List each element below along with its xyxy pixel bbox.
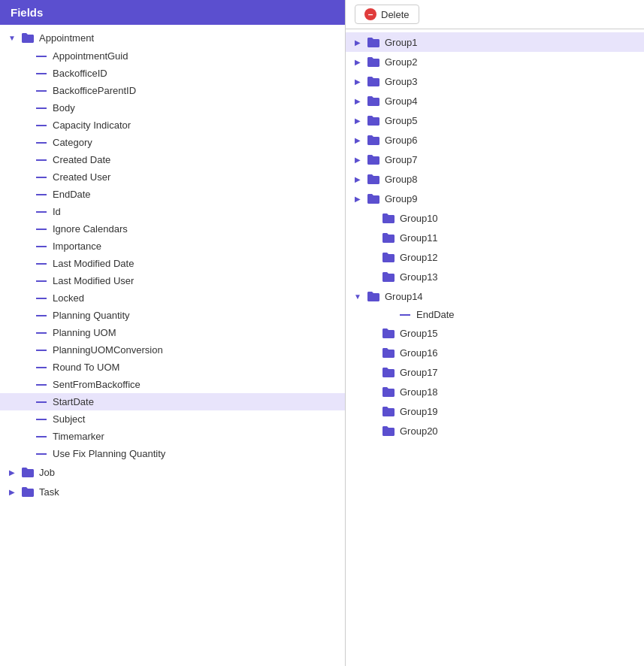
field-item-created-date[interactable]: Created Date [0,151,345,168]
tree-item-job[interactable]: ▶ Job [0,462,345,482]
group-item-group7[interactable]: ▶ Group7 [346,150,644,169]
dash-icon [36,367,47,368]
Group17-folder-icon [382,365,395,379]
field-item-last-modified-user[interactable]: Last Modified User [0,272,345,289]
group-item-group11[interactable]: Group11 [346,228,644,247]
field-item-subject[interactable]: Subject [0,410,345,428]
right-panel: – Delete ▶ Group1 ▶ Group2 ▶ [346,0,644,666]
dash-icon [36,229,47,230]
Group1-label: Group1 [385,37,417,48]
Group15-folder-icon [382,326,395,340]
field-item-sentfrombackoffice[interactable]: SentFromBackoffice [0,376,345,393]
Group2-folder-icon [367,55,380,68]
group-item-group4[interactable]: ▶ Group4 [346,91,644,110]
Group16-label: Group16 [400,347,438,359]
group-item-group15[interactable]: Group15 [346,323,644,343]
group-item-group2[interactable]: ▶ Group2 [346,52,644,71]
group-item-group19[interactable]: Group19 [346,401,644,421]
dash-icon [36,107,47,109]
group-item-group8[interactable]: ▶ Group8 [346,169,644,189]
Group6-label: Group6 [385,135,417,146]
dash-icon [36,298,47,299]
Group8-expand-icon: ▶ [352,173,364,185]
tree-item-appointment[interactable]: ▼ Appointment [0,28,345,47]
Group3-label: Group3 [385,76,417,87]
Group14-folder-icon [367,289,380,303]
Group9-folder-icon [367,192,380,205]
task-expand-icon: ▶ [6,486,18,498]
Group3-folder-icon [367,74,380,88]
group-item-group13[interactable]: Group13 [346,267,644,286]
field-label: Round To UOM [53,362,119,373]
dash-icon [36,56,47,57]
field-item-appointmentguid[interactable]: AppointmentGuid [0,47,345,65]
field-label: AppointmentGuid [53,50,128,62]
field-label: Timemarker [53,431,104,442]
field-item-id[interactable]: Id [0,203,345,220]
field-item-last-modified-date[interactable]: Last Modified Date [0,255,345,272]
field-item-planning-quantity[interactable]: Planning Quantity [0,307,345,324]
group-item-group6[interactable]: ▶ Group6 [346,130,644,150]
group-item-group14[interactable]: ▼ Group14 [346,286,644,306]
dash-icon [36,73,47,74]
field-item-planninguomconversion[interactable]: PlanningUOMConversion [0,341,345,359]
Group5-folder-icon [367,114,380,127]
tree-item-task[interactable]: ▶ Task [0,482,345,501]
fields-tree: ▼ Appointment AppointmentGuid Backoffice… [0,25,345,666]
group-item-group5[interactable]: ▶ Group5 [346,110,644,130]
field-item-timemarker[interactable]: Timemarker [0,428,345,445]
group-item-group12[interactable]: Group12 [346,247,644,267]
field-item-startdate[interactable]: StartDate [0,393,345,410]
field-item-capacity-indicator[interactable]: Capacity Indicator [0,117,345,134]
Group2-expand-icon: ▶ [352,56,364,68]
Group6-expand-icon: ▶ [352,134,364,146]
field-label: Id [53,206,61,217]
field-label: Ignore Calendars [53,223,128,235]
Group4-expand-icon: ▶ [352,95,364,107]
dash-icon [36,401,47,403]
field-item-backofficeparentid[interactable]: BackofficeParentID [0,82,345,99]
Group16-folder-icon [382,346,395,359]
Group1-folder-icon [367,35,380,49]
Group8-label: Group8 [385,174,417,185]
dash-icon [36,142,47,144]
field-label: Category [53,137,92,148]
field-label: Planning UOM [53,327,116,338]
dash-icon [36,211,47,213]
field-item-use-fix-planning-quantity[interactable]: Use Fix Planning Quantity [0,445,345,462]
Group7-folder-icon [367,153,380,166]
Group4-folder-icon [367,94,380,107]
field-item-ignore-calendars[interactable]: Ignore Calendars [0,220,345,238]
group-item-group10[interactable]: Group10 [346,208,644,228]
delete-label: Delete [381,9,410,20]
dash-icon [36,453,47,455]
field-item-backofficeid[interactable]: BackofficeID [0,65,345,82]
group-item-group16[interactable]: Group16 [346,343,644,362]
field-label: BackofficeParentID [53,85,136,96]
group-item-group3[interactable]: ▶ Group3 [346,71,644,91]
field-label: Last Modified Date [53,258,134,269]
groups-tree: ▶ Group1 ▶ Group2 ▶ Group3 [346,29,644,666]
group-item-group1[interactable]: ▶ Group1 [346,32,644,52]
field-item-category[interactable]: Category [0,134,345,151]
field-label: Importance [53,241,101,252]
field-item-enddate[interactable]: EndDate [0,186,345,203]
appointment-expand-icon: ▼ [6,32,18,44]
group-item-group18[interactable]: Group18 [346,382,644,401]
field-item-importance[interactable]: Importance [0,238,345,255]
field-label: Use Fix Planning Quantity [53,448,165,459]
Group19-folder-icon [382,404,395,418]
field-label: BackofficeID [53,68,107,79]
field-item-round-to-uom[interactable]: Round To UOM [0,359,345,376]
group-item-group9[interactable]: ▶ Group9 [346,189,644,208]
field-item-planning-uom[interactable]: Planning UOM [0,324,345,341]
group-item-group17[interactable]: Group17 [346,362,644,382]
appointment-folder-icon [21,31,35,44]
field-item-created-user[interactable]: Created User [0,168,345,186]
Group10-label: Group10 [400,213,438,224]
group-item-group20[interactable]: Group20 [346,421,644,440]
Group14-child-enddate[interactable]: EndDate [346,306,644,323]
field-item-locked[interactable]: Locked [0,289,345,307]
delete-button[interactable]: – Delete [355,5,419,24]
field-item-body[interactable]: Body [0,99,345,117]
